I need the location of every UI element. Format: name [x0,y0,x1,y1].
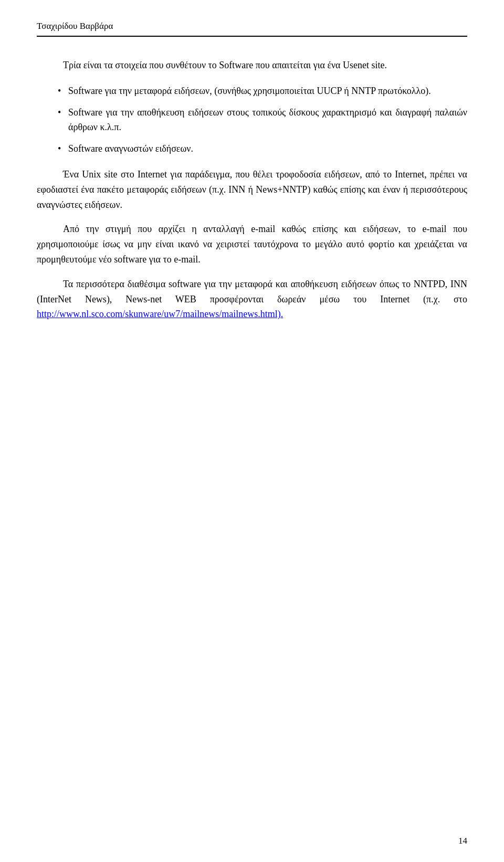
bullet-item-2: Software για την αποθήκευση ειδήσεων στο… [68,107,467,133]
list-item: Software αναγνωστών ειδήσεων. [58,141,467,156]
paragraph-2: Από την στιγμή που αρχίζει η ανταλλαγή e… [37,222,467,267]
list-item: Software για την αποθήκευση ειδήσεων στο… [58,105,467,135]
page-number: 14 [458,836,467,846]
paragraph-1: Ένα Unix site στο Internet για παράδειγμ… [37,167,467,212]
intro-paragraph: Τρία είναι τα στοιχεία που συνθέτουν το … [37,58,467,73]
bullet-item-1: Software για την μεταφορά ειδήσεων, (συν… [68,86,431,96]
bullet-item-3: Software αναγνωστών ειδήσεων. [68,143,193,154]
main-content: Τρία είναι τα στοιχεία που συνθέτουν το … [37,58,467,322]
paragraph-3: Τα περισσότερα διαθέσιμα software για τη… [37,277,467,322]
paragraph-3-text: Τα περισσότερα διαθέσιμα software για τη… [37,279,467,304]
page-container: Τσαχιρίδου Βαρβάρα Τρία είναι τα στοιχεί… [0,0,504,862]
bullet-list: Software για την μεταφορά ειδήσεων, (συν… [58,83,467,156]
list-item: Software για την μεταφορά ειδήσεων, (συν… [58,83,467,99]
page-header: Τσαχιρίδου Βαρβάρα [37,21,467,37]
external-link[interactable]: http://www.nl.sco.com/skunware/uw7/mailn… [37,309,283,319]
header-title: Τσαχιρίδου Βαρβάρα [37,21,113,31]
